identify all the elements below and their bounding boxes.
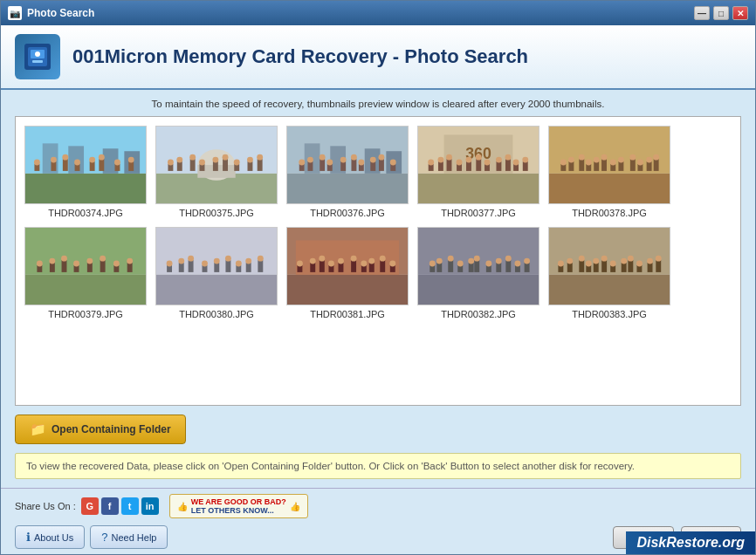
svg-point-34 [176,157,182,163]
about-button[interactable]: ℹ About Us [15,525,85,549]
svg-point-16 [62,154,68,161]
svg-point-150 [178,258,184,264]
photo-thumbnail [417,227,540,305]
svg-rect-210 [525,263,530,272]
svg-rect-172 [320,260,325,272]
svg-rect-143 [127,263,133,272]
svg-point-86 [457,160,463,166]
app-title: 001Micron Memory Card Recovery - Photo S… [72,45,528,68]
window-title: Photo Search [27,7,94,19]
svg-point-152 [188,256,194,262]
photo-item[interactable]: THDR00380.JPG [155,227,278,319]
svg-point-58 [307,157,313,163]
open-folder-button[interactable]: 📁 Open Containing Folder [15,415,186,444]
svg-rect-184 [380,260,385,272]
app-logo [15,34,60,79]
svg-rect-15 [63,159,68,171]
rating-badge[interactable]: 👍 WE ARE GOOD OR BAD? LET OTHERS KNOW...… [169,494,308,518]
svg-point-112 [594,157,600,163]
svg-point-140 [100,256,106,262]
svg-point-80 [428,160,434,166]
close-button[interactable]: ✕ [732,6,748,20]
svg-point-225 [601,256,608,262]
svg-rect-194 [448,260,453,272]
svg-point-40 [212,157,218,163]
svg-rect-111 [594,161,599,171]
svg-rect-204 [496,263,501,272]
svg-point-106 [568,157,574,163]
svg-rect-71 [379,159,384,171]
svg-point-46 [247,157,253,163]
photo-item[interactable]: THDR00382.JPG [417,227,540,319]
svg-point-231 [628,256,634,262]
google-icon[interactable]: G [81,497,99,515]
svg-rect-19 [90,161,95,171]
svg-point-160 [236,261,242,267]
photo-thumbnail [155,227,278,305]
photo-thumbnail [548,227,670,305]
svg-rect-13 [51,161,56,171]
svg-rect-69 [370,161,375,171]
svg-point-70 [370,157,376,163]
minimize-button[interactable]: — [694,6,710,20]
svg-point-90 [476,154,482,161]
svg-point-92 [485,160,491,166]
svg-point-118 [618,157,624,163]
photo-item[interactable]: THDR00378.JPG [548,126,670,218]
svg-rect-57 [307,161,313,171]
svg-point-136 [73,261,79,267]
svg-point-126 [653,154,659,161]
svg-point-108 [579,154,585,161]
info-text: To maintain the speed of recovery, thumb… [15,99,741,109]
svg-rect-89 [476,159,481,171]
svg-point-20 [89,157,95,163]
svg-point-164 [258,256,264,262]
photo-item[interactable]: THDR00375.JPG [155,126,278,218]
notice-box: To view the recovered Data, please click… [15,453,741,479]
app-header: 001Micron Memory Card Recovery - Photo S… [1,25,755,90]
photo-item[interactable]: 360THDR00377.JPG [417,126,540,218]
maximize-button[interactable]: □ [713,6,729,20]
svg-point-44 [234,160,240,166]
svg-rect-119 [630,159,636,171]
svg-rect-176 [339,263,344,272]
svg-point-36 [189,154,196,161]
photo-label: THDR00383.JPG [572,309,647,319]
svg-rect-33 [177,161,182,171]
photo-item[interactable]: THDR00379.JPG [24,227,147,319]
photo-item[interactable]: THDR00376.JPG [286,126,409,218]
svg-point-130 [37,261,43,267]
linkedin-icon[interactable]: in [141,497,159,515]
help-button[interactable]: ? Need Help [90,525,168,549]
open-folder-label: Open Containing Folder [52,423,171,435]
svg-point-235 [647,258,653,264]
facebook-icon[interactable]: f [101,497,119,515]
svg-rect-93 [496,161,501,171]
svg-rect-128 [25,275,146,305]
svg-point-114 [601,154,608,161]
svg-rect-230 [628,260,633,272]
svg-rect-35 [190,159,196,171]
svg-point-185 [380,256,386,262]
photo-grid[interactable]: THDR00374.JPGTHDR00375.JPGTHDR00376.JPG3… [15,116,741,406]
photo-thumbnail [548,126,670,204]
svg-point-56 [299,160,305,166]
svg-point-203 [485,261,491,267]
svg-point-84 [446,154,452,161]
svg-point-148 [167,261,173,267]
photo-thumbnail [24,126,147,204]
svg-point-181 [361,261,367,267]
help-icon: ? [101,531,107,544]
twitter-icon[interactable]: t [121,497,139,515]
svg-point-169 [297,261,303,267]
svg-point-171 [310,258,316,264]
svg-point-191 [430,261,436,267]
photo-item[interactable]: THDR00381.JPG [286,227,409,319]
photo-item[interactable]: THDR00374.JPG [24,126,147,218]
svg-rect-178 [351,260,356,272]
thumbs-up-icon: 👍 [177,502,188,511]
svg-point-60 [320,154,326,161]
svg-rect-41 [223,159,228,171]
svg-point-32 [168,160,174,166]
photo-item[interactable]: THDR00383.JPG [548,227,670,319]
